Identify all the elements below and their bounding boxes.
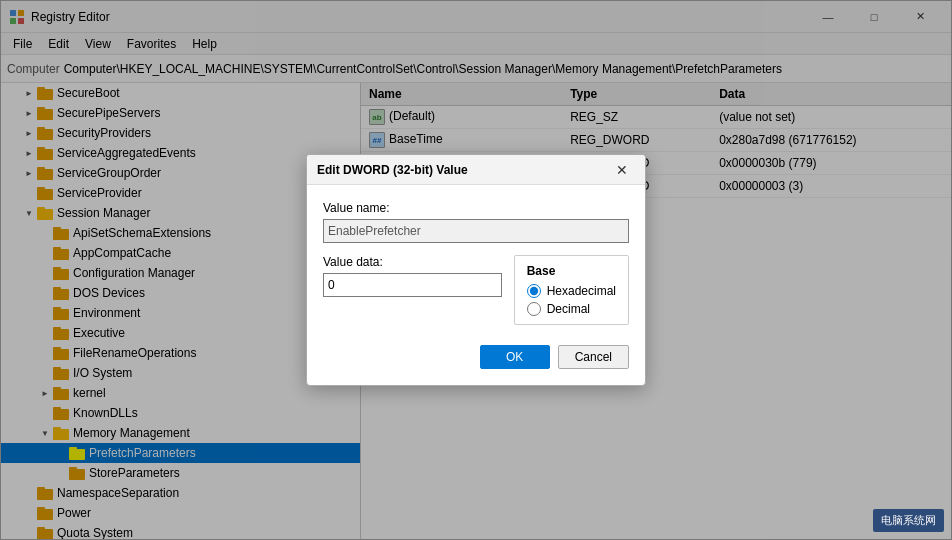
dialog-close-button[interactable]: ✕ [609,158,635,182]
ok-button[interactable]: OK [480,345,550,369]
value-data-label: Value data: [323,255,502,269]
base-group: Base Hexadecimal Decimal [514,255,629,325]
dialog-title-bar: Edit DWORD (32-bit) Value ✕ [307,155,645,185]
value-name-group: Value name: [323,201,629,243]
modal-overlay: Edit DWORD (32-bit) Value ✕ Value name: … [0,0,952,540]
dec-label: Decimal [547,302,590,316]
radio-decimal[interactable]: Decimal [527,302,616,316]
value-name-label: Value name: [323,201,629,215]
dec-radio[interactable] [527,302,541,316]
value-data-row: Value data: Base Hexadecimal Decimal [323,255,629,325]
base-label: Base [527,264,616,278]
value-data-input[interactable] [323,273,502,297]
edit-dword-dialog: Edit DWORD (32-bit) Value ✕ Value name: … [306,154,646,386]
hex-radio[interactable] [527,284,541,298]
dialog-body: Value name: Value data: Base Hexadecimal [307,185,645,385]
watermark: 电脑系统网 [873,509,944,532]
dialog-title: Edit DWORD (32-bit) Value [317,163,609,177]
radio-hexadecimal[interactable]: Hexadecimal [527,284,616,298]
cancel-button[interactable]: Cancel [558,345,629,369]
hex-label: Hexadecimal [547,284,616,298]
dialog-footer: OK Cancel [323,337,629,369]
registry-editor-window: Registry Editor — □ ✕ File Edit View Fav… [0,0,952,540]
value-data-group: Value data: [323,255,502,325]
value-name-input[interactable] [323,219,629,243]
